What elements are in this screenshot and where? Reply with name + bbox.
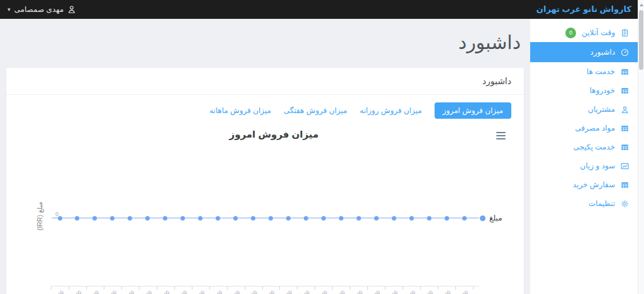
tab-sales-weekly[interactable]: میزان فروش هفتگی	[284, 106, 347, 115]
data-point	[92, 216, 97, 220]
sidebar-item-label: وقت آنلاین	[582, 28, 615, 37]
data-point	[251, 216, 255, 220]
x-axis-label: 23:00	[457, 290, 470, 294]
sidebar-item-dashboard[interactable]: داشبورد	[530, 42, 638, 62]
table-icon	[621, 124, 629, 133]
data-point	[128, 216, 132, 220]
sidebar-item-online-time[interactable]: وقت آنلاین0	[530, 23, 638, 42]
x-axis-tick	[332, 286, 333, 290]
data-point	[269, 216, 273, 220]
x-axis-label: 10:00	[228, 290, 241, 294]
chevron-down-icon: ▾	[8, 6, 11, 13]
x-axis-label: 16:00	[333, 290, 347, 294]
tab-sales-daily[interactable]: میزان فروش روزانه	[360, 106, 422, 115]
tab-sales-monthly[interactable]: میزان فروش ماهانه	[209, 106, 271, 115]
data-point	[163, 216, 167, 220]
x-axis-tick	[86, 286, 87, 290]
scrollbar-up-arrow-icon[interactable]	[640, 4, 643, 6]
sidebar-item-label: سود و زیان	[580, 161, 615, 170]
x-axis-label: 15:00	[316, 290, 329, 294]
x-axis-label: 19:00	[386, 290, 399, 294]
topbar: ▾ مهدی صمصامی کارواش نانو غرب تهران	[0, 0, 638, 19]
data-point	[304, 216, 308, 220]
x-axis-tick	[367, 286, 368, 290]
x-axis-label: 11:00	[246, 290, 258, 294]
sidebar-item-purchase-order[interactable]: سفارش خرید	[530, 175, 638, 194]
data-point	[462, 216, 467, 220]
x-axis-label: 21:00	[421, 290, 435, 294]
data-point	[216, 216, 220, 220]
x-axis-tick	[420, 286, 421, 290]
sidebar-item-profit-loss[interactable]: سود و زیان	[530, 156, 638, 175]
legend-label: مبلغ	[489, 214, 502, 222]
x-axis-label: 13:00	[280, 290, 294, 294]
sidebar-nav: وقت آنلاین0داشبوردخدمت هاخودروهامشتریانم…	[530, 19, 638, 213]
x-axis-label: 05:00	[140, 290, 153, 294]
main-content: داشبورد داشبورد میزان فروش امروزمیزان فر…	[0, 19, 530, 294]
x-axis-tick	[139, 286, 140, 290]
data-point	[374, 216, 379, 220]
x-axis-tick	[438, 286, 438, 290]
dashboard-card: داشبورد میزان فروش امروزمیزان فروش روزان…	[6, 68, 524, 294]
sidebar-item-cars[interactable]: خودروها	[530, 81, 638, 100]
sidebar: وقت آنلاین0داشبوردخدمت هاخودروهامشتریانم…	[530, 19, 638, 294]
user-name: مهدی صمصامی	[14, 5, 64, 14]
x-axis-label: 12:00	[263, 290, 276, 294]
x-axis-label: 01:00	[70, 290, 83, 294]
x-axis-tick	[297, 286, 297, 290]
sidebar-item-label: مواد مصرفی	[575, 124, 615, 133]
table-icon	[621, 68, 629, 76]
x-axis-label: 18:00	[369, 290, 382, 294]
x-axis-label: 03:00	[105, 290, 118, 294]
sidebar-item-label: خودروها	[589, 86, 615, 95]
data-point	[409, 216, 414, 220]
user-icon	[67, 5, 76, 14]
chart-menu-icon[interactable]	[496, 132, 506, 141]
sidebar-item-settings[interactable]: تنظیمات	[530, 194, 638, 213]
data-point	[233, 216, 238, 220]
line-chart-icon	[621, 162, 629, 170]
x-axis-tick	[192, 286, 192, 290]
x-axis-tick	[350, 286, 350, 290]
scrollbar-thumb[interactable]	[639, 10, 643, 70]
chart-legend[interactable]: مبلغ	[480, 214, 502, 222]
x-axis-label: 22:00	[439, 290, 452, 294]
data-point	[58, 216, 62, 220]
data-point	[75, 216, 79, 220]
page-title: داشبورد	[0, 19, 530, 53]
data-point	[392, 216, 396, 220]
x-axis-tick	[104, 286, 104, 290]
sidebar-item-customers[interactable]: مشتریان	[530, 100, 638, 119]
user-menu[interactable]: ▾ مهدی صمصامی	[8, 0, 76, 19]
legend-marker-icon	[480, 215, 486, 221]
sidebar-item-consumables[interactable]: مواد مصرفی	[530, 119, 638, 138]
x-axis-label: 02:00	[87, 290, 101, 294]
x-axis-tick	[69, 286, 69, 290]
table-icon	[621, 143, 629, 151]
data-point	[286, 216, 291, 220]
x-axis-tick	[227, 286, 228, 290]
clipboard-icon	[621, 29, 629, 37]
sidebar-item-services[interactable]: خدمت ها	[530, 62, 638, 81]
chart-title: میزان فروش امروز	[15, 129, 533, 140]
series-line	[52, 217, 479, 219]
data-point	[445, 216, 449, 220]
x-axis-label: 08:00	[192, 290, 206, 294]
data-point	[427, 216, 431, 220]
x-axis-label: 04:00	[123, 290, 136, 294]
scrollbar[interactable]	[638, 0, 644, 294]
x-axis-tick	[455, 286, 456, 290]
card-header: داشبورد	[6, 68, 524, 95]
sidebar-item-package-service[interactable]: خدمت پکیجی	[530, 138, 638, 156]
sidebar-item-label: داشبورد	[590, 48, 615, 57]
x-axis-label: 14:00	[298, 290, 311, 294]
x-axis-label: 07:00	[175, 290, 189, 294]
data-point	[110, 216, 114, 220]
table-icon	[621, 181, 629, 189]
x-axis-tick	[174, 286, 175, 290]
y-axis-label: مبلغ (IRR)	[36, 178, 45, 254]
x-axis-tick	[157, 286, 157, 290]
data-point	[145, 216, 150, 220]
brand-title: کارواش نانو غرب تهران	[536, 0, 631, 19]
tab-sales-today[interactable]: میزان فروش امروز	[435, 102, 511, 119]
